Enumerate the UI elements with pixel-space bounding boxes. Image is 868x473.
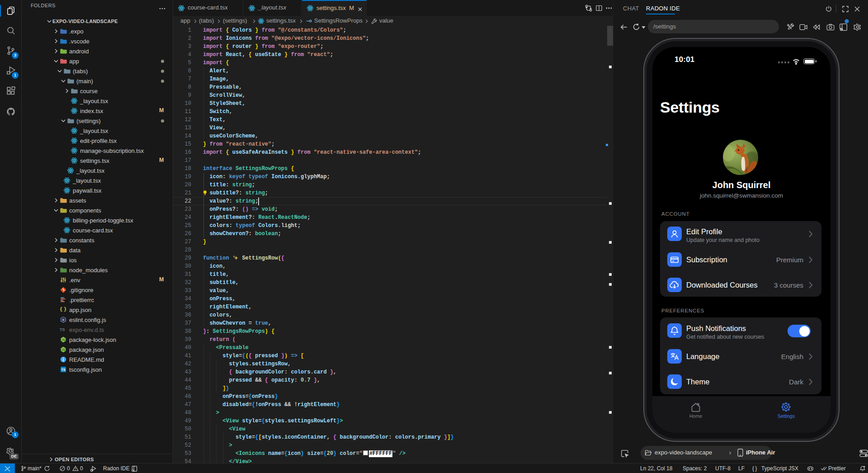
svg-text:TS: TS	[61, 368, 66, 372]
svg-text:JS: JS	[61, 338, 66, 341]
svg-text:JS: JS	[61, 348, 66, 351]
